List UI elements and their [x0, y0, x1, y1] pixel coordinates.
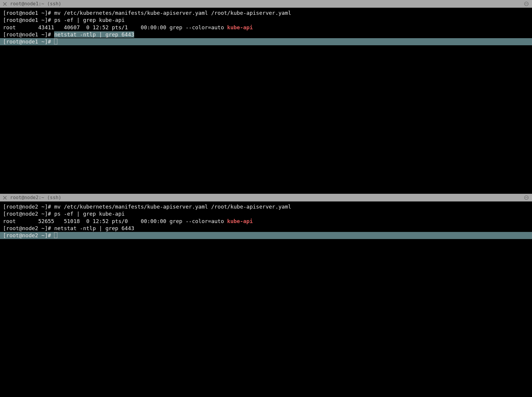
svg-point-4 — [526, 4, 527, 4]
grep-match: kube-api — [227, 24, 253, 30]
tab-bar: root@node1:~ (ssh) — [0, 0, 532, 8]
command-text: ps -ef | grep kube-api — [54, 17, 124, 23]
shell-prompt: [root@node1 ~]# — [3, 10, 54, 16]
terminal-output[interactable]: [root@node1 ~]# mv /etc/kubernetes/manif… — [0, 8, 532, 194]
more-icon[interactable] — [524, 1, 529, 7]
cursor — [54, 232, 57, 238]
tab-title: root@node1:~ (ssh) — [10, 1, 61, 7]
close-icon[interactable] — [2, 195, 7, 200]
close-icon[interactable] — [2, 1, 7, 6]
svg-point-3 — [525, 4, 526, 4]
shell-prompt: [root@node2 ~]# — [3, 232, 54, 238]
active-prompt-line: [root@node1 ~]# — [0, 38, 532, 45]
ps-output: root 43411 40607 0 12:52 pts/1 00:00:00 … — [3, 24, 227, 30]
svg-point-11 — [527, 197, 528, 198]
shell-prompt: [root@node2 ~]# — [3, 204, 54, 210]
command-text-selected: netstat -ntlp | grep 6443 — [54, 31, 134, 38]
shell-prompt: [root@node1 ~]# — [3, 38, 54, 45]
command-text: ps -ef | grep kube-api — [54, 211, 124, 217]
more-icon[interactable] — [524, 195, 529, 200]
shell-prompt: [root@node2 ~]# — [3, 211, 54, 217]
tab-title: root@node2:~ (ssh) — [10, 194, 61, 201]
cursor — [54, 38, 57, 44]
svg-point-5 — [527, 4, 528, 4]
shell-prompt: [root@node2 ~]# — [3, 225, 54, 231]
terminal-pane-bottom: root@node2:~ (ssh) [root@node2 ~]# mv /e… — [0, 194, 532, 397]
tab-bar: root@node2:~ (ssh) — [0, 194, 532, 201]
grep-match: kube-api — [227, 218, 253, 224]
shell-prompt: [root@node1 ~]# — [3, 31, 54, 38]
terminal-pane-top: root@node1:~ (ssh) [root@node1 ~]# mv /e… — [0, 0, 532, 194]
active-prompt-line: [root@node2 ~]# — [0, 232, 532, 239]
svg-point-10 — [526, 197, 527, 198]
terminal-output[interactable]: [root@node2 ~]# mv /etc/kubernetes/manif… — [0, 201, 532, 397]
command-text: mv /etc/kubernetes/manifests/kube-apiser… — [54, 10, 291, 16]
command-text: netstat -ntlp | grep 6443 — [54, 225, 134, 231]
shell-prompt: [root@node1 ~]# — [3, 17, 54, 23]
command-text: mv /etc/kubernetes/manifests/kube-apiser… — [54, 204, 291, 210]
svg-point-9 — [525, 197, 526, 198]
ps-output: root 52655 51018 0 12:52 pts/0 00:00:00 … — [3, 218, 227, 224]
